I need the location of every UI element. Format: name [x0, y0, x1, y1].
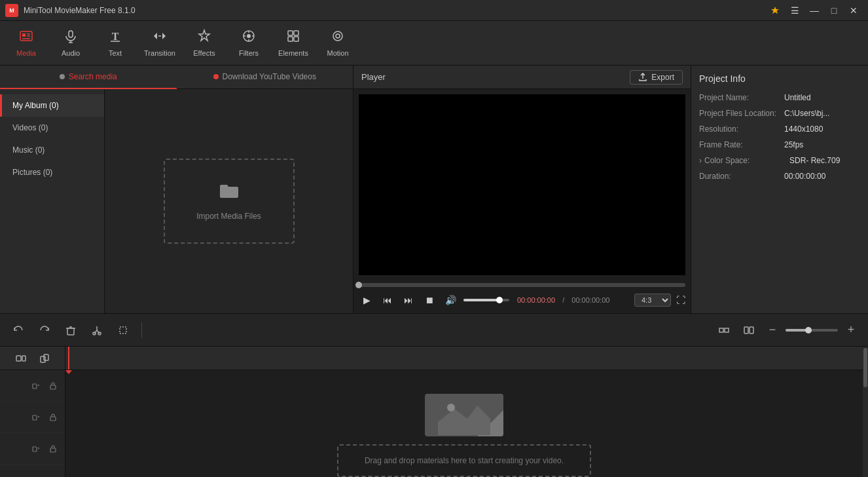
scroll-thumb[interactable] [863, 348, 867, 387]
main-area: Search media Download YouTube Videos My … [0, 66, 868, 313]
time-current: 00:00:00:00 [517, 296, 555, 304]
zoom-out-button[interactable]: − [763, 321, 782, 339]
fullscreen-button[interactable]: ⛶ [676, 295, 685, 305]
track-lock-btn-1[interactable] [46, 379, 60, 392]
youtube-dot [213, 74, 219, 79]
svg-rect-26 [67, 328, 74, 335]
title-bar: M MiniTool MovieMaker Free 8.1.0 ☰ — □ ✕ [0, 0, 868, 21]
timeline-drop-zone[interactable]: Drag and drop materials here to start cr… [65, 394, 863, 477]
fit-timeline-button[interactable] [714, 320, 734, 341]
crop-button[interactable] [113, 320, 134, 341]
toolbar-item-effects[interactable]: Effects [183, 24, 225, 62]
toolbar-item-transition[interactable]: Transition [139, 24, 181, 62]
filters-icon [242, 29, 256, 47]
play-button[interactable]: ▶ [359, 292, 374, 308]
prev-frame-button[interactable]: ⏮ [380, 292, 395, 308]
cut-button[interactable] [86, 320, 107, 341]
zoom-slider[interactable] [786, 329, 838, 332]
svg-rect-22 [288, 37, 293, 41]
add-track-button[interactable] [12, 349, 30, 368]
sidebar-item-music[interactable]: Music (0) [0, 139, 104, 161]
zoom-in-button[interactable]: + [842, 321, 860, 339]
timeline-inner: Drag and drop materials here to start cr… [65, 347, 863, 477]
elements-icon [286, 29, 300, 47]
sidebar-item-my-album[interactable]: My Album (0) [0, 94, 104, 117]
delete-button[interactable] [60, 320, 81, 341]
volume-thumb [496, 297, 503, 303]
svg-rect-34 [120, 327, 126, 334]
timeline-scrollbar[interactable] [863, 347, 868, 477]
toolbar-elements-label: Elements [278, 49, 308, 57]
search-tab-label: Search media [69, 72, 117, 81]
track-add-btn-3[interactable] [29, 442, 43, 455]
toolbar-item-motion[interactable]: Motion [317, 24, 359, 62]
text-icon: T [108, 29, 122, 47]
timeline-content: Drag and drop materials here to start cr… [65, 347, 863, 477]
minimize-button[interactable]: — [805, 1, 823, 20]
volume-fill [463, 299, 498, 301]
toolbar-filters-label: Filters [239, 49, 259, 57]
import-media-box[interactable]: Import Media Files [164, 159, 295, 244]
info-label-duration: Duration: [699, 172, 784, 181]
effects-icon [197, 29, 211, 47]
audio-icon [63, 29, 78, 47]
track-add-btn-1[interactable] [29, 379, 43, 392]
toolbar-item-elements[interactable]: Elements [272, 24, 314, 62]
svg-rect-46 [50, 385, 56, 389]
volume-slider[interactable] [463, 299, 509, 301]
timeline-left-header [0, 347, 65, 370]
sidebar-music-label: Music (0) [12, 145, 45, 155]
toolbar-item-media[interactable]: Media [5, 24, 47, 62]
progress-bar[interactable] [359, 283, 685, 287]
drop-text: Drag and drop materials here to start cr… [365, 456, 564, 465]
info-value-location: C:\Users\bj... [784, 109, 829, 118]
stop-button[interactable]: ⏹ [422, 292, 437, 308]
sidebar-item-pictures[interactable]: Pictures (0) [0, 161, 104, 183]
track-label-1 [0, 370, 65, 402]
track-lock-btn-3[interactable] [46, 442, 60, 455]
svg-rect-43 [33, 384, 37, 389]
maximize-button[interactable]: □ [825, 1, 843, 20]
volume-button[interactable]: 🔊 [443, 292, 458, 308]
search-dot [60, 74, 65, 79]
search-media-tab[interactable]: Search media [0, 66, 177, 89]
svg-rect-35 [719, 328, 723, 332]
svg-text:T: T [112, 31, 119, 42]
toolbar: Media Audio T Text [0, 21, 868, 66]
sidebar-videos-label: Videos (0) [12, 123, 48, 132]
import-label: Import Media Files [196, 212, 261, 221]
info-row-location: Project Files Location: C:\Users\bj... [699, 109, 860, 118]
pin-button[interactable] [766, 1, 784, 20]
aspect-ratio-select[interactable]: 4:3 16:9 1:1 9:16 [634, 294, 671, 307]
timeline-tracks-area: Drag and drop materials here to start cr… [65, 370, 863, 477]
svg-text:M: M [9, 7, 14, 14]
folder-icon [219, 182, 240, 205]
toolbar-motion-label: Motion [327, 49, 348, 57]
redo-button[interactable] [34, 320, 55, 341]
player-title: Player [361, 72, 386, 82]
player-controls: ▶ ⏮ ⏭ ⏹ 🔊 00:00:00:00 / 00:00:00:00 4:3 … [353, 280, 691, 313]
export-button[interactable]: Export [630, 70, 683, 85]
menu-button[interactable]: ☰ [786, 1, 804, 20]
svg-rect-36 [725, 328, 729, 332]
youtube-tab[interactable]: Download YouTube Videos [177, 66, 353, 89]
undo-button[interactable] [8, 320, 29, 341]
split-button[interactable] [738, 320, 759, 341]
info-label-colorspace: Color Space: [704, 156, 789, 165]
bottom-toolbar: − + [0, 313, 868, 346]
toolbar-item-filters[interactable]: Filters [228, 24, 270, 62]
expand-colorspace-button[interactable]: › [699, 156, 702, 165]
toolbar-item-text[interactable]: T Text [94, 24, 136, 62]
next-frame-button[interactable]: ⏭ [401, 292, 416, 308]
svg-rect-39 [16, 356, 21, 361]
project-info-title: Project Info [699, 73, 860, 84]
track-lock-btn-2[interactable] [46, 411, 60, 424]
drop-image-placeholder [425, 394, 503, 436]
copy-track-button[interactable] [35, 349, 54, 368]
toolbar-item-audio[interactable]: Audio [50, 24, 92, 62]
info-value-resolution: 1440x1080 [784, 124, 823, 134]
close-button[interactable]: ✕ [844, 1, 863, 20]
sidebar-item-videos[interactable]: Videos (0) [0, 117, 104, 139]
track-add-btn-2[interactable] [29, 411, 43, 424]
transition-icon [153, 29, 167, 47]
